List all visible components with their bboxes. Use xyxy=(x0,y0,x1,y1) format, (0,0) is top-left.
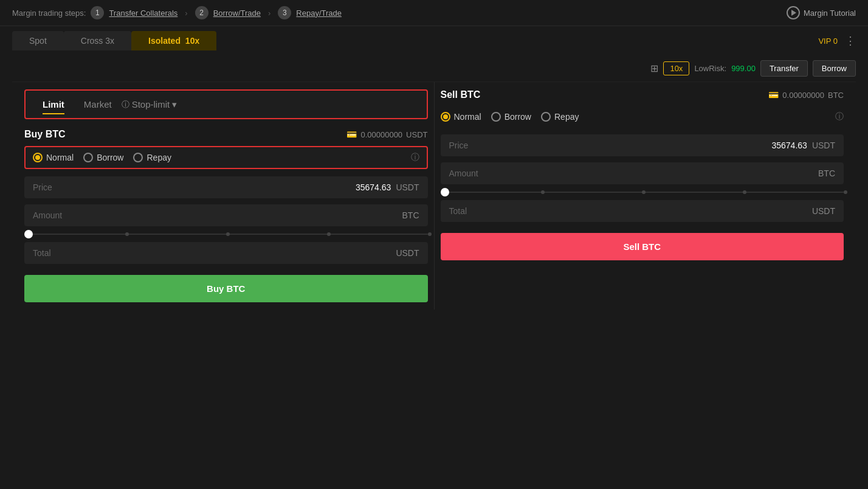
sell-price-value: 35674.63 xyxy=(771,140,807,150)
low-risk-label: LowRisk: xyxy=(694,64,726,73)
radio-repay-buy[interactable]: Repay xyxy=(133,153,171,162)
play-icon xyxy=(787,6,800,19)
vip-badge[interactable]: VIP 0 xyxy=(818,36,838,46)
step1-num: 1 xyxy=(91,6,104,19)
calculator-icon[interactable]: ⊞ xyxy=(650,63,658,74)
sell-radio-group: Normal Borrow Repay ⓘ xyxy=(441,106,844,127)
radio-circle-normal-buy xyxy=(33,153,43,162)
sell-price-unit: USDT xyxy=(812,140,835,150)
buy-slider[interactable] xyxy=(24,234,428,235)
step3-num: 3 xyxy=(278,6,291,19)
sell-slider-dot-25 xyxy=(541,190,545,194)
tab-market[interactable]: Market xyxy=(74,95,122,113)
buy-price-value: 35674.63 xyxy=(356,182,391,192)
sell-panel: Sell BTC 💳 0.00000000 BTC Normal Borrow xyxy=(441,82,844,310)
radio-normal-buy[interactable]: Normal xyxy=(33,153,74,162)
margin-steps-label: Margin trading steps: xyxy=(12,9,86,18)
buy-balance-unit: USDT xyxy=(406,130,427,139)
radio-info-icon-sell[interactable]: ⓘ xyxy=(835,111,844,122)
sell-slider-track xyxy=(441,192,844,193)
step2-num: 2 xyxy=(195,6,208,19)
slider-dot-50 xyxy=(226,232,230,236)
isolated-badge: 10x xyxy=(185,36,199,46)
radio-normal-sell[interactable]: Normal xyxy=(441,112,481,122)
sell-title: Sell BTC xyxy=(441,89,481,100)
buy-amount-unit: BTC xyxy=(402,210,419,220)
buy-total-unit: USDT xyxy=(396,248,419,258)
buy-amount-value-group: BTC xyxy=(402,210,419,220)
tabs-row: Spot Cross 3x Isolated 10x VIP 0 ⋮ xyxy=(0,26,868,55)
buy-header: Buy BTC 💳 0.00000000 USDT xyxy=(24,129,428,140)
leverage-badge[interactable]: 10x xyxy=(663,61,689,75)
arrow2: › xyxy=(268,9,270,18)
radio-borrow-label-sell: Borrow xyxy=(505,112,531,122)
tab-stop-limit[interactable]: Stop-limit ▾ xyxy=(132,99,177,110)
tab-limit[interactable]: Limit xyxy=(33,95,74,113)
wallet-icon: 💳 xyxy=(346,130,357,139)
buy-balance-value: 0.00000000 xyxy=(360,130,402,139)
sell-btc-button[interactable]: Sell BTC xyxy=(441,233,844,260)
sell-wallet-icon: 💳 xyxy=(768,90,779,100)
buy-btc-button[interactable]: Buy BTC xyxy=(24,275,428,302)
radio-repay-sell[interactable]: Repay xyxy=(541,112,579,122)
stop-limit-info-icon: ⓘ xyxy=(122,99,129,110)
radio-normal-label-sell: Normal xyxy=(454,112,481,122)
buy-price-field[interactable]: Price 35674.63 USDT xyxy=(24,176,428,198)
buy-amount-field[interactable]: Amount BTC xyxy=(24,204,428,226)
slider-dot-75 xyxy=(327,232,331,236)
sell-slider-dot-100 xyxy=(844,190,847,194)
slider-dot-100 xyxy=(428,232,432,236)
sell-slider-thumb[interactable] xyxy=(441,188,449,196)
slider-dot-25 xyxy=(125,232,129,236)
buy-balance: 💳 0.00000000 USDT xyxy=(346,130,427,139)
step2-link[interactable]: Borrow/Trade xyxy=(213,9,261,18)
buy-total-value-group: USDT xyxy=(396,248,419,258)
buy-total-field[interactable]: Total USDT xyxy=(24,242,428,264)
sell-total-value-group: USDT xyxy=(812,206,835,216)
sell-total-unit: USDT xyxy=(812,206,835,216)
buy-price-value-group: 35674.63 USDT xyxy=(356,182,419,192)
radio-info-icon-buy[interactable]: ⓘ xyxy=(411,152,419,163)
step1-link[interactable]: Transfer Collaterals xyxy=(109,9,177,18)
chevron-down-icon: ▾ xyxy=(172,99,177,110)
buy-slider-track xyxy=(24,234,428,235)
buy-slider-thumb[interactable] xyxy=(24,230,33,238)
sell-price-value-group: 35674.63 USDT xyxy=(771,140,835,150)
radio-circle-repay-sell xyxy=(541,112,551,122)
radio-circle-repay-buy xyxy=(133,153,143,162)
step3-link[interactable]: Repay/Trade xyxy=(296,9,342,18)
sell-balance: 💳 0.00000000 BTC xyxy=(768,90,844,100)
tutorial-label: Margin Tutorial xyxy=(804,9,856,18)
sell-slider[interactable] xyxy=(441,192,844,193)
order-type-tabs: Limit Market ⓘ Stop-limit ▾ xyxy=(24,89,428,119)
tab-cross[interactable]: Cross 3x xyxy=(64,31,131,50)
borrow-button[interactable]: Borrow xyxy=(813,60,856,77)
radio-repay-label-sell: Repay xyxy=(554,112,579,122)
sell-total-field[interactable]: Total USDT xyxy=(441,200,844,222)
buy-panel: Limit Market ⓘ Stop-limit ▾ Buy BTC 💳 0.… xyxy=(24,82,428,310)
radio-repay-label-buy: Repay xyxy=(146,153,171,162)
more-menu-btn[interactable]: ⋮ xyxy=(845,34,856,47)
margin-tutorial-btn[interactable]: Margin Tutorial xyxy=(787,6,856,19)
radio-borrow-buy[interactable]: Borrow xyxy=(83,153,123,162)
sell-header: Sell BTC 💳 0.00000000 BTC xyxy=(441,89,844,100)
radio-circle-borrow-buy xyxy=(83,153,93,162)
buy-price-unit: USDT xyxy=(396,182,419,192)
sell-total-label: Total xyxy=(449,206,467,216)
top-bar: Margin trading steps: 1 Transfer Collate… xyxy=(0,0,868,26)
sell-balance-unit: BTC xyxy=(828,91,844,100)
tab-spot[interactable]: Spot xyxy=(12,31,64,50)
sell-slider-dot-50 xyxy=(642,190,646,194)
sell-amount-label: Amount xyxy=(449,168,478,178)
sell-slider-dot-75 xyxy=(743,190,746,194)
low-risk-value: 999.00 xyxy=(731,64,756,73)
buy-price-label: Price xyxy=(33,182,52,192)
sell-amount-field[interactable]: Amount BTC xyxy=(441,162,844,184)
radio-borrow-sell[interactable]: Borrow xyxy=(491,112,531,122)
radio-borrow-label-buy: Borrow xyxy=(97,153,123,162)
tab-isolated[interactable]: Isolated 10x xyxy=(131,31,216,50)
sell-price-field[interactable]: Price 35674.63 USDT xyxy=(441,134,844,156)
sell-amount-unit: BTC xyxy=(818,168,835,178)
transfer-button[interactable]: Transfer xyxy=(760,60,808,77)
main-content: Limit Market ⓘ Stop-limit ▾ Buy BTC 💳 0.… xyxy=(12,82,856,310)
